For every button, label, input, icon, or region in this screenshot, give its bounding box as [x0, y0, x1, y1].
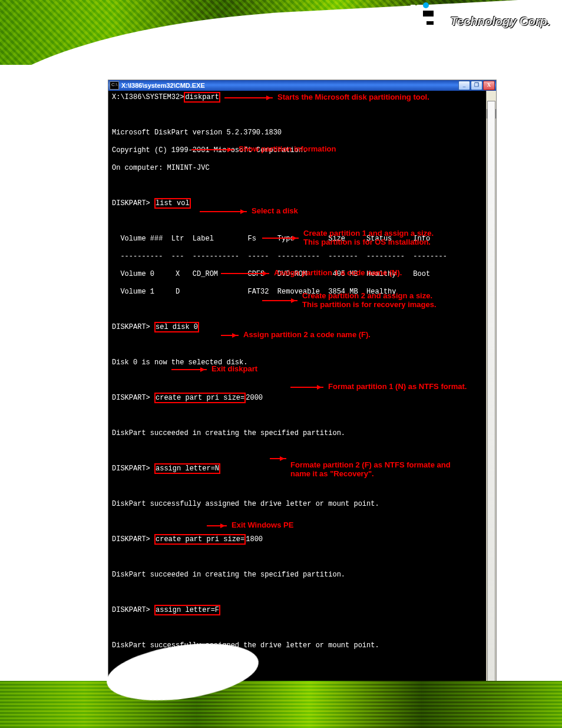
out-assignok1: DiskPart successfully assigned the drive… [112, 500, 483, 509]
titlebar[interactable]: C:\ X:\I386\system32\CMD.EXE _ ❐ X [108, 80, 496, 91]
cmd-create2: create part pri size= [154, 534, 246, 545]
terminal-output[interactable]: X:\I386\SYSTEM32>diskpart Microsoft Disk… [108, 91, 496, 728]
prompt: X:\I386\SYSTEM32> [112, 93, 184, 101]
cmd-window: C:\ X:\I386\system32\CMD.EXE _ ❐ X X:\I3… [108, 80, 497, 728]
iei-logo-icon [411, 5, 442, 28]
cmd-assignF: assign letter=F [154, 605, 220, 615]
cmd-icon: C:\ [110, 81, 119, 90]
brand-text: Technology Corp. [450, 14, 550, 28]
scroll-thumb[interactable] [487, 101, 495, 728]
maximize-button[interactable]: ❐ [471, 81, 482, 90]
scrollbar[interactable]: ▲ ▼ [486, 91, 496, 728]
out-createdok1: DiskPart succeeded in creating the speci… [112, 429, 483, 438]
minimize-button[interactable]: _ [458, 81, 470, 90]
out-copyright: Copyright (C) 1999-2001 Microsoft Corpor… [112, 146, 483, 155]
cmd-create1: create part pri size= [154, 393, 246, 403]
cmd-seldisk: sel disk 0 [154, 322, 199, 332]
vol-1: Volume 1 D FAT32 Removeable 3854 MB Heal… [112, 288, 483, 297]
out-computer: On computer: MININT-JVC [112, 164, 483, 173]
out-version: Microsoft DiskPart version 5.2.3790.1830 [112, 129, 483, 137]
prompt-dp: DISKPART> [112, 199, 154, 207]
out-disksel: Disk 0 is now the selected disk. [112, 358, 483, 367]
close-button[interactable]: X [483, 81, 495, 90]
brand-logo: ® Technology Corp. [411, 5, 550, 28]
out-createdok2: DiskPart succeeded in creating the speci… [112, 571, 483, 579]
cmd-diskpart: diskpart [184, 92, 220, 103]
page-footer-decor [0, 681, 562, 728]
vol-0: Volume 0 X CD_ROM CDFS DVD-ROM 405 MB He… [112, 270, 483, 279]
vol-sep: ---------- --- ----------- ----- -------… [112, 252, 483, 261]
window-title: X:\I386\system32\CMD.EXE [121, 82, 458, 89]
cmd-listvol: list vol [154, 198, 191, 209]
registered-mark: ® [442, 19, 448, 28]
cmd-assignN: assign letter=N [154, 463, 220, 474]
vol-header: Volume ### Ltr Label Fs Type Size Status… [112, 235, 483, 243]
